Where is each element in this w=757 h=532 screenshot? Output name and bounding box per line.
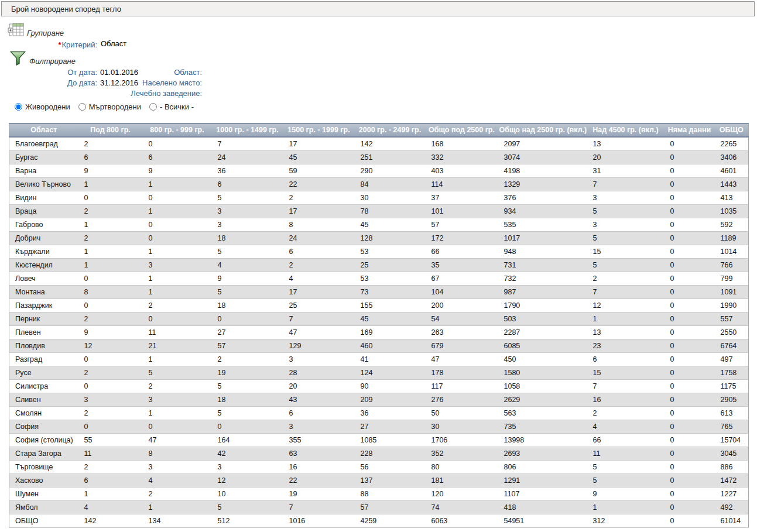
value-cell: 0 (212, 420, 283, 434)
column-header: Над 4500 гр. (вкл.) (587, 123, 664, 137)
value-cell: 312 (587, 514, 664, 528)
region-cell: Кюстендил (9, 259, 78, 272)
column-header: Под 800 гр. (78, 123, 143, 137)
value-cell: 1107 (498, 488, 587, 501)
value-cell: 934 (498, 205, 587, 218)
grouping-table-icon (8, 22, 24, 37)
data-grid: ОбластПод 800 гр.800 гр. - 999 гр.1000 г… (9, 123, 749, 528)
value-cell: 11 (143, 326, 212, 339)
value-cell: 3406 (715, 151, 749, 164)
value-cell: 47 (143, 434, 212, 447)
value-cell: 5 (212, 407, 283, 420)
value-cell: 4 (283, 272, 355, 286)
value-cell: 200 (426, 299, 498, 313)
value-cell: 129 (283, 339, 355, 353)
value-cell: 74 (426, 501, 498, 514)
region-cell: ОБЩО (9, 514, 78, 528)
region-cell: Сливен (9, 393, 78, 407)
value-cell: 418 (498, 501, 587, 514)
value-cell: 57 (355, 501, 426, 514)
value-cell: 5 (143, 366, 212, 380)
value-cell: 2 (143, 299, 212, 313)
table-row: Пазарджик02182515520017901201990 (9, 299, 749, 313)
region-cell: Враца (9, 205, 78, 218)
criterion-value[interactable]: Област (101, 39, 126, 48)
value-cell: 24 (283, 232, 355, 245)
filter-place-labels: Област: Населено място: Лечебно заведени… (102, 67, 202, 99)
value-cell: 3 (212, 218, 283, 232)
value-cell: 251 (355, 151, 426, 164)
region-cell: Габрово (9, 218, 78, 232)
table-row: Силистра02520901171058701175 (9, 380, 749, 393)
value-cell: 4198 (498, 164, 587, 178)
birth-type-option-0[interactable]: Живородени (15, 102, 70, 111)
value-cell: 403 (426, 164, 498, 178)
region-cell: Стара Загора (9, 447, 78, 461)
value-cell: 11 (587, 447, 664, 461)
value-cell: 24 (212, 151, 283, 164)
value-cell: 88 (355, 488, 426, 501)
value-cell: 6 (78, 151, 143, 164)
total-row: ОБЩО14213451210164259606354951312061014 (9, 514, 749, 528)
value-cell: 18 (212, 393, 283, 407)
value-cell: 30 (426, 420, 498, 434)
region-cell: Перник (9, 313, 78, 326)
column-header: 1500 гр. - 1999 гр. (283, 123, 355, 137)
birth-type-radio-1[interactable] (78, 103, 86, 111)
value-cell: 0 (78, 420, 143, 434)
value-cell: 41 (355, 353, 426, 366)
table-row: Шумен121019881201107901227 (9, 488, 749, 501)
region-cell: Плевен (9, 326, 78, 339)
birth-type-radio-0[interactable] (15, 103, 22, 111)
table-row: Кюстендил1342253573150766 (9, 259, 749, 272)
value-cell: 0 (143, 218, 212, 232)
value-cell: 114 (426, 178, 498, 191)
region-cell: Пазарджик (9, 299, 78, 313)
value-cell: 735 (498, 420, 587, 434)
birth-type-option-1[interactable]: Мъртвородени (78, 102, 141, 111)
value-cell: 3 (212, 205, 283, 218)
birth-type-radio-2[interactable] (149, 103, 157, 111)
value-cell: 9 (78, 164, 143, 178)
value-cell: 5 (212, 191, 283, 205)
criterion-label: Критерий: (62, 40, 97, 49)
table-row: Габрово1038455753530592 (9, 218, 749, 232)
value-cell: 27 (355, 420, 426, 434)
value-cell: 0 (664, 191, 715, 205)
value-cell: 2097 (498, 137, 587, 151)
table-row: Търговище23316568080650886 (9, 461, 749, 474)
value-cell: 30 (355, 191, 426, 205)
birth-type-label: - Всички - (160, 102, 194, 111)
value-cell: 155 (355, 299, 426, 313)
value-cell: 66 (587, 434, 664, 447)
value-cell: 18 (212, 232, 283, 245)
value-cell: 164 (212, 434, 283, 447)
value-cell: 732 (498, 272, 587, 286)
birth-type-option-2[interactable]: - Всички - (149, 102, 194, 111)
value-cell: 18 (212, 299, 283, 313)
value-cell: 35 (426, 259, 498, 272)
table-row: Разград0123414745060497 (9, 353, 749, 366)
value-cell: 1 (143, 407, 212, 420)
value-cell: 9 (587, 488, 664, 501)
value-cell: 1 (78, 488, 143, 501)
table-row: Кърджали115653669481501014 (9, 245, 749, 259)
value-cell: 0 (143, 313, 212, 326)
value-cell: 7 (587, 286, 664, 299)
value-cell: 0 (664, 501, 715, 514)
value-cell: 6 (283, 407, 355, 420)
value-cell: 54 (426, 313, 498, 326)
table-row: Перник2007455450310557 (9, 313, 749, 326)
value-cell: 497 (715, 353, 749, 366)
value-cell: 276 (426, 393, 498, 407)
value-cell: 0 (664, 488, 715, 501)
value-cell: 1291 (498, 474, 587, 488)
value-cell: 3 (283, 353, 355, 366)
table-row: Ямбол4157577441810492 (9, 501, 749, 514)
table-row: Добрич2018241281721017501189 (9, 232, 749, 245)
value-cell: 0 (664, 380, 715, 393)
value-cell: 1790 (498, 299, 587, 313)
value-cell: 1 (78, 245, 143, 259)
value-cell: 6085 (498, 339, 587, 353)
value-cell: 5 (587, 259, 664, 272)
